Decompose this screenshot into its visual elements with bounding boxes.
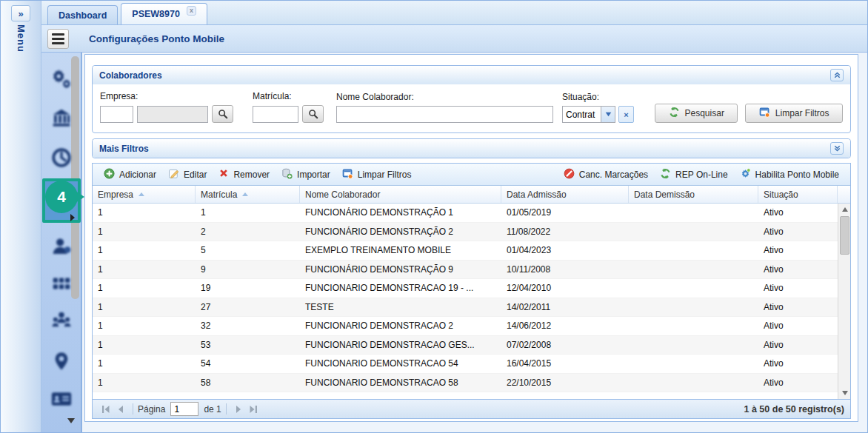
location-pin-icon[interactable] — [48, 348, 75, 375]
cancel-icon — [564, 168, 575, 181]
table-row[interactable]: 154FUNCIONARIO DEMONSTRACAO 5416/04/2015… — [93, 355, 838, 374]
matricula-field[interactable] — [253, 106, 298, 123]
mais-filtros-header[interactable]: Mais Filtros — [93, 139, 850, 158]
table-cell: 1 — [93, 320, 196, 331]
table-row[interactable]: 158FUNCIONARIO DEMONSTRACAO 5822/10/2015… — [93, 374, 838, 393]
gear-star-icon — [740, 168, 751, 181]
refresh-icon — [669, 107, 680, 120]
mais-filtros-panel: Mais Filtros — [92, 138, 851, 158]
id-card-icon[interactable] — [48, 386, 75, 412]
tab-dashboard[interactable]: Dashboard — [47, 5, 118, 24]
column-header-data-admiss-o[interactable]: Data Admissão — [501, 186, 629, 203]
situacao-clear-icon[interactable]: × — [618, 106, 634, 123]
grid-vertical-scrollbar[interactable] — [838, 204, 850, 399]
sort-ascending-icon — [138, 192, 144, 196]
table-cell: Ativo — [758, 245, 838, 255]
tool-button-label: Limpar Filtros — [358, 169, 412, 180]
empresa-search-icon[interactable] — [212, 105, 233, 123]
collaborator-person-icon[interactable] — [48, 233, 75, 260]
nome-colaborador-field[interactable] — [336, 106, 553, 123]
tool-button-label: Adicionar — [119, 169, 156, 180]
table-row[interactable]: 19FUNCIONÁRIO DEMONSTRAÇÃO 910/11/2008At… — [93, 261, 838, 280]
toolbar-right-group: Canc. MarcaçõesREP On-LineHabilita Ponto… — [558, 166, 845, 184]
table-cell: 11/08/2022 — [501, 226, 629, 237]
situacao-label: Situação: — [562, 92, 634, 102]
sidebar-scroll-down-icon[interactable] — [67, 418, 75, 423]
table-cell: 1 — [93, 302, 196, 312]
habilita-ponto-mobile-button[interactable]: Habilita Ponto Mobile — [734, 166, 845, 184]
tab-close-icon[interactable]: x — [187, 6, 196, 16]
canc-marca-es-button[interactable]: Canc. Marcações — [558, 166, 654, 184]
editar-button[interactable]: Editar — [162, 166, 213, 184]
first-page-button[interactable] — [99, 402, 113, 417]
table-row[interactable]: 127TESTE14/02/2011Ativo — [93, 298, 838, 318]
importar-button[interactable]: Importar — [276, 166, 336, 184]
next-page-button[interactable] — [231, 402, 246, 417]
table-cell: 1 — [93, 207, 196, 218]
matricula-search-icon[interactable] — [302, 105, 324, 123]
tab-psew8970[interactable]: PSEW8970 x — [121, 3, 207, 24]
grid-toolbar: AdicionarEditarRemoverImportarLimpar Fil… — [93, 164, 850, 186]
last-page-button[interactable] — [246, 402, 261, 417]
tab-bar: Dashboard PSEW8970 x — [41, 1, 867, 25]
grid-rows: 11FUNCIONÁRIO DEMONSTRAÇÃO 101/05/2019At… — [93, 204, 838, 399]
table-row[interactable]: 11FUNCIONÁRIO DEMONSTRAÇÃO 101/05/2019At… — [93, 204, 838, 223]
splitter-expand-icon[interactable] — [70, 214, 75, 221]
table-cell: Ativo — [758, 358, 838, 369]
team-network-icon[interactable] — [48, 307, 75, 334]
table-row[interactable]: 12FUNCIONÁRIO DEMONSTRAÇÃO 211/08/2022At… — [93, 223, 838, 242]
situacao-dropdown-icon[interactable] — [601, 106, 615, 123]
table-cell: FUNCIONÁRIO DEMONSTRAÇÃO 2 — [300, 226, 501, 237]
situacao-combo-field[interactable] — [562, 106, 601, 123]
sidebar-scrollbar-thumb[interactable] — [71, 56, 79, 299]
table-row[interactable]: 119FUNCIONARIO DEMONSTRACAO 19 - ...12/0… — [93, 279, 838, 298]
table-cell: 58 — [196, 377, 300, 388]
table-row[interactable]: 15EXEMPLO TREINAMENTO MOBILE01/04/2023At… — [93, 241, 838, 261]
menu-vertical-label[interactable]: Menu — [16, 24, 27, 53]
table-cell: 14/06/2012 — [501, 320, 629, 331]
prev-page-button[interactable] — [113, 402, 128, 417]
column-header-matr-cula[interactable]: Matrícula — [196, 186, 300, 203]
table-row[interactable]: 153FUNCIONARIO DEMONSTRACAO GES...07/02/… — [93, 336, 838, 355]
scroll-down-icon[interactable] — [838, 387, 850, 399]
table-cell: 1 — [93, 264, 196, 275]
scrollbar-thumb[interactable] — [840, 216, 849, 255]
table-cell: 54 — [196, 358, 300, 369]
column-header-label: Matrícula — [201, 189, 237, 200]
settings-gears-icon[interactable] — [48, 64, 75, 91]
column-header-empresa[interactable]: Empresa — [93, 186, 196, 203]
table-cell: 07/02/2008 — [501, 340, 629, 350]
page-label: Página — [138, 404, 165, 414]
expand-down-button[interactable] — [830, 142, 844, 155]
expand-menu-button[interactable]: » — [11, 5, 30, 21]
limpar-filtros-button[interactable]: Limpar Filtros — [336, 166, 418, 184]
column-header-data-demiss-o[interactable]: Data Demissão — [629, 186, 758, 203]
page-number-input[interactable] — [170, 402, 198, 416]
collapse-up-button[interactable] — [830, 69, 844, 81]
table-cell: FUNCIONARIO DEMONSTRACAO GES... — [300, 340, 501, 350]
modules-grid-icon[interactable] — [48, 270, 75, 297]
tool-button-label: Importar — [297, 169, 330, 180]
column-header-nome-colaborador[interactable]: Nome Colaborador — [300, 186, 501, 203]
matricula-label: Matrícula: — [253, 91, 324, 101]
colaboradores-title: Colaboradores — [99, 70, 162, 81]
table-cell: FUNCIONARIO DEMONSTRACAO 54 — [300, 358, 501, 369]
colaboradores-panel-header: Colaboradores — [93, 66, 850, 84]
scroll-up-icon[interactable] — [838, 204, 850, 215]
clock-icon[interactable] — [48, 144, 75, 171]
table-row[interactable]: 132FUNCIONARIO DEMONSTRACAO 214/06/2012A… — [93, 317, 838, 336]
pesquisar-button[interactable]: Pesquisar — [655, 104, 738, 123]
column-header-label: Situação — [764, 189, 798, 200]
limpar-filtros-button[interactable]: Limpar Filtros — [745, 104, 843, 123]
empresa-code-field[interactable] — [100, 106, 133, 123]
table-cell: 9 — [196, 264, 300, 275]
adicionar-button[interactable]: Adicionar — [98, 166, 162, 184]
column-header-label: Data Demissão — [634, 189, 695, 200]
hamburger-menu-icon[interactable] — [47, 29, 69, 49]
table-cell: 01/04/2023 — [501, 245, 629, 255]
company-building-icon[interactable] — [48, 104, 75, 131]
rep-on-line-button[interactable]: REP On-Line — [654, 166, 733, 184]
remover-button[interactable]: Remover — [213, 166, 276, 183]
page-of-label: de 1 — [204, 404, 221, 414]
column-header-situa-o[interactable]: Situação — [758, 186, 838, 203]
